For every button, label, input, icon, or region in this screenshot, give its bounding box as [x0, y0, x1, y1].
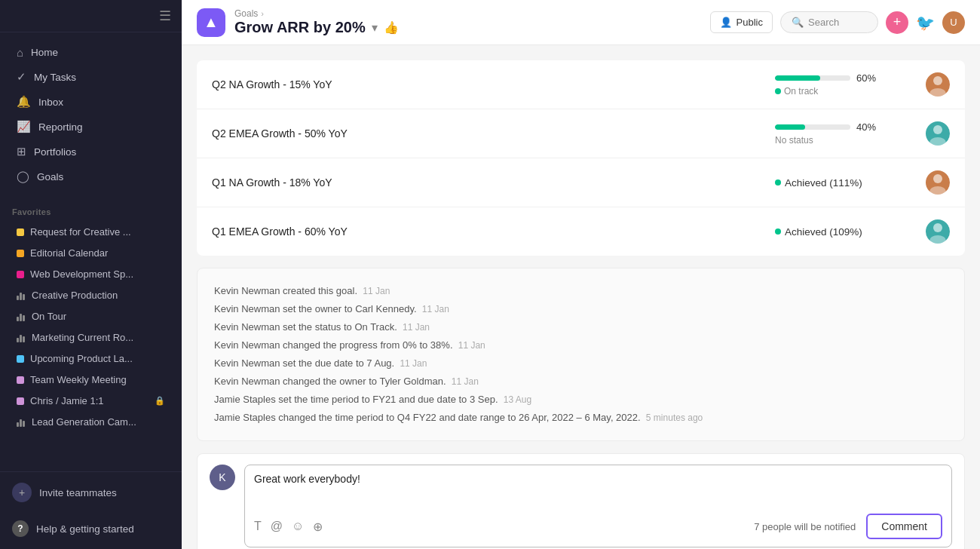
progress-percent: 40% — [856, 121, 876, 133]
table-row: Q1 EMEA Growth - 60% YoY Achieved (109%) — [197, 207, 965, 256]
activity-line: Jamie Staples set the time period to FY2… — [214, 391, 948, 409]
sidebar-item-label: Reporting — [38, 121, 83, 133]
sidebar-item-team-weekly[interactable]: Team Weekly Meeting — [5, 370, 177, 390]
goal-name[interactable]: Q1 EMEA Growth - 60% YoY — [212, 225, 760, 238]
sidebar-nav: ⌂ Home ✓ My Tasks 🔔 Inbox 📈 Reporting ⊞ … — [0, 32, 182, 197]
comment-text[interactable]: Great work everybody! — [254, 473, 942, 485]
search-icon: 🔍 — [792, 17, 804, 28]
progress-bar — [775, 75, 850, 81]
goal-avatar — [926, 219, 950, 244]
sidebar-item-on-tour[interactable]: On Tour — [5, 306, 177, 327]
breadcrumb-goals[interactable]: Goals — [234, 8, 258, 19]
emoji-icon[interactable]: ☺ — [292, 520, 304, 533]
breadcrumb-area: Goals › Grow ARR by 20% ▾ 👍 — [234, 8, 399, 36]
activity-line: Kevin Newman set the status to On Track.… — [214, 318, 948, 336]
progress-row: 40% — [775, 121, 876, 133]
progress-row: 60% — [775, 72, 876, 84]
sidebar-item-home[interactable]: ⌂ Home — [5, 41, 177, 64]
sidebar-toggle[interactable]: ☰ — [159, 8, 171, 24]
fav-label: Marketing Current Ro... — [32, 332, 133, 343]
sidebar-item-lead-generation[interactable]: Lead Generation Cam... — [5, 412, 177, 432]
notification-icon[interactable]: 🐦 — [916, 14, 935, 32]
goal-progress-area: 60% On track — [775, 72, 911, 97]
app-icon: ▲ — [197, 8, 225, 37]
fav-label: Chris / Jamie 1:1 — [30, 395, 104, 406]
sidebar-item-reporting[interactable]: 📈 Reporting — [5, 115, 177, 139]
main-content: ▲ Goals › Grow ARR by 20% ▾ 👍 👤 Public 🔍 — [182, 0, 980, 549]
activity-text: Kevin Newman created this goal. 11 Jan — [214, 285, 390, 296]
fav-dot-icon — [17, 355, 24, 363]
goal-avatar — [926, 170, 950, 195]
activity-line: Kevin Newman changed the progress from 0… — [214, 336, 948, 354]
page-title-row: Grow ARR by 20% ▾ 👍 — [234, 19, 399, 36]
sidebar-item-inbox[interactable]: 🔔 Inbox — [5, 90, 177, 114]
comment-input-container: Great work everybody! T @ ☺ ⊕ 7 people w… — [244, 465, 952, 547]
sidebar-item-marketing-current[interactable]: Marketing Current Ro... — [5, 327, 177, 348]
goal-status-area: Achieved (109%) — [775, 226, 911, 238]
user-avatar[interactable]: U — [942, 11, 965, 34]
header-right: 👤 Public 🔍 Search + 🐦 U — [710, 11, 965, 34]
favorites-list: Request for Creative ... Editorial Calen… — [0, 221, 182, 433]
table-row: Q2 EMEA Growth - 50% YoY 40% No status — [197, 109, 965, 158]
sidebar-item-web-development[interactable]: Web Development Sp... — [5, 264, 177, 284]
public-button[interactable]: 👤 Public — [710, 11, 773, 33]
grid-icon: ⊞ — [17, 145, 26, 158]
goal-name[interactable]: Q2 EMEA Growth - 50% YoY — [212, 127, 760, 140]
activity-log: Kevin Newman created this goal. 11 JanKe… — [197, 268, 965, 441]
goal-progress-area: 40% No status — [775, 121, 911, 146]
fav-label: Request for Creative ... — [30, 226, 131, 238]
activity-line: Jamie Staples changed the time period to… — [214, 409, 948, 427]
search-placeholder: Search — [808, 17, 839, 28]
svg-point-6 — [933, 223, 942, 232]
sidebar-item-editorial-calendar[interactable]: Editorial Calendar — [5, 243, 177, 263]
goal-name[interactable]: Q1 NA Growth - 18% YoY — [212, 176, 760, 189]
sidebar-item-upcoming-product[interactable]: Upcoming Product La... — [5, 348, 177, 369]
invite-teammates-button[interactable]: + Invite teammates — [0, 472, 182, 513]
fav-dot-icon — [17, 271, 24, 278]
breadcrumb: Goals › — [234, 8, 399, 19]
svg-point-7 — [929, 235, 946, 244]
notify-text: 7 people will be notified — [754, 521, 856, 532]
comment-area: K Great work everybody! T @ ☺ ⊕ 7 people… — [197, 453, 965, 549]
fav-label: Team Weekly Meeting — [30, 374, 127, 385]
fav-label: On Tour — [32, 311, 66, 322]
add-button[interactable]: + — [886, 11, 908, 34]
header: ▲ Goals › Grow ARR by 20% ▾ 👍 👤 Public 🔍 — [182, 0, 980, 45]
lock-icon: 🔒 — [155, 396, 165, 406]
attach-icon[interactable]: ⊕ — [313, 520, 323, 534]
sidebar-item-goals[interactable]: ◯ Goals — [5, 164, 177, 189]
sidebar-item-creative-production[interactable]: Creative Production — [5, 285, 177, 305]
sidebar-item-my-tasks[interactable]: ✓ My Tasks — [5, 65, 177, 89]
comment-submit-button[interactable]: Comment — [866, 514, 942, 539]
activity-line: Kevin Newman set the owner to Carl Kenne… — [214, 300, 948, 318]
goal-avatar — [926, 72, 950, 97]
comment-input[interactable]: Great work everybody! T @ ☺ ⊕ 7 people w… — [244, 465, 952, 547]
page-title: Grow ARR by 20% — [234, 19, 366, 36]
favorites-section-title: Favorites — [0, 197, 182, 221]
fav-dot-icon — [17, 376, 24, 384]
sidebar-item-chris-jamie[interactable]: Chris / Jamie 1:1 🔒 — [5, 391, 177, 411]
fav-label: Web Development Sp... — [30, 268, 133, 280]
chevron-down-icon[interactable]: ▾ — [372, 20, 378, 35]
format-icon[interactable]: T — [254, 520, 262, 533]
svg-point-4 — [933, 174, 942, 183]
sidebar-item-portfolios[interactable]: ⊞ Portfolios — [5, 140, 177, 164]
goal-name[interactable]: Q2 NA Growth - 15% YoY — [212, 78, 760, 90]
bar-chart-icon — [17, 312, 26, 321]
sidebar-item-label: Home — [31, 47, 58, 58]
help-button[interactable]: ? Help & getting started — [0, 513, 182, 549]
sidebar-item-request-creative[interactable]: Request for Creative ... — [5, 222, 177, 242]
fav-label: Editorial Calendar — [30, 247, 108, 259]
person-icon: 👤 — [720, 17, 732, 28]
progress-percent: 60% — [856, 72, 876, 84]
search-box[interactable]: 🔍 Search — [780, 11, 878, 33]
activity-text: Kevin Newman set the owner to Carl Kenne… — [214, 303, 449, 314]
sidebar: ☰ ⌂ Home ✓ My Tasks 🔔 Inbox 📈 Reporting … — [0, 0, 182, 549]
check-icon: ✓ — [17, 70, 26, 84]
mention-icon[interactable]: @ — [271, 520, 283, 533]
target-icon: ◯ — [17, 170, 29, 183]
table-row: Q2 NA Growth - 15% YoY 60% On track — [197, 60, 965, 109]
svg-point-5 — [929, 186, 946, 195]
sidebar-bottom: + Invite teammates ? Help & getting star… — [0, 471, 182, 549]
like-icon[interactable]: 👍 — [384, 20, 399, 35]
